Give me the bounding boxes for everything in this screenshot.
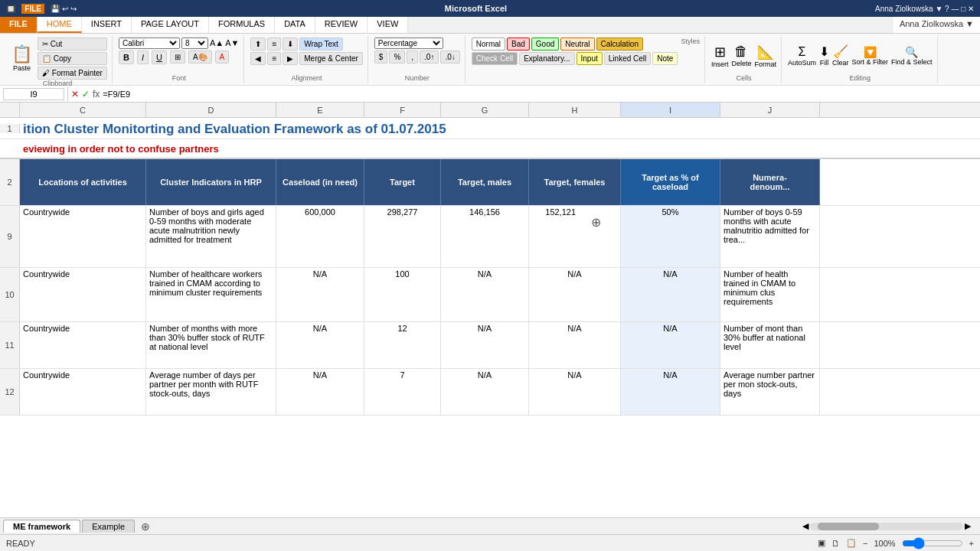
horizontal-scrollbar[interactable]: [810, 523, 963, 530]
cell-11-caseload[interactable]: N/A: [276, 322, 364, 368]
autosum-button[interactable]: Σ AutoSum: [788, 45, 816, 67]
cell-11-location[interactable]: Countrywide: [20, 322, 146, 368]
col-header-f[interactable]: F: [364, 103, 441, 117]
align-left-button[interactable]: ◀: [250, 52, 266, 65]
font-family-select[interactable]: Calibri: [119, 37, 180, 49]
cell-11-indicator[interactable]: Number of months with more than 30% buff…: [146, 322, 276, 368]
zoom-in-button[interactable]: +: [969, 539, 974, 548]
cell-11-target-males[interactable]: N/A: [441, 322, 529, 368]
scroll-right-button[interactable]: ▶: [965, 521, 971, 531]
clear-button[interactable]: 🧹 Clear: [832, 44, 849, 67]
note-style[interactable]: Note: [652, 52, 678, 65]
neutral-style[interactable]: Neutral: [560, 37, 594, 51]
align-top-button[interactable]: ⬆: [250, 37, 266, 51]
calculation-style[interactable]: Calculation: [596, 37, 643, 51]
tab-data[interactable]: DATA: [275, 17, 315, 33]
cell-10-indicator[interactable]: Number of healthcare workers trained in …: [146, 268, 276, 321]
cell-9-indicator[interactable]: Number of boys and girls aged 0-59 month…: [146, 206, 276, 267]
find-select-button[interactable]: 🔍 Find & Select: [891, 46, 933, 66]
cell-12-target-males[interactable]: N/A: [441, 369, 529, 415]
tab-page-layout[interactable]: PAGE LAYOUT: [132, 17, 209, 33]
fill-color-button[interactable]: A🎨: [188, 51, 212, 64]
decimal-decrease-button[interactable]: .0↓: [440, 51, 459, 64]
tab-view[interactable]: VIEW: [368, 17, 408, 33]
cell-reference-box[interactable]: [3, 88, 64, 100]
tab-insert[interactable]: INSERT: [82, 17, 132, 33]
tab-file[interactable]: FILE: [0, 17, 38, 33]
cell-9-caseload[interactable]: 600,000: [276, 206, 364, 267]
sort-filter-button[interactable]: 🔽 Sort & Filter: [852, 46, 889, 66]
cell-11-target-females[interactable]: N/A: [529, 322, 621, 368]
bad-style[interactable]: Bad: [507, 37, 530, 51]
cell-9-target-males[interactable]: 146,156: [441, 206, 529, 267]
currency-button[interactable]: $: [374, 51, 388, 64]
increase-font-button[interactable]: A▲: [210, 38, 224, 47]
cell-12-numerator[interactable]: Average number partner per mon stock-out…: [720, 369, 820, 415]
normal-style[interactable]: Normal: [472, 37, 505, 51]
cancel-formula-icon[interactable]: ✕: [71, 89, 79, 99]
cell-10-numerator[interactable]: Number of health trained in CMAM to mini…: [720, 268, 820, 321]
merge-center-button[interactable]: Merge & Center: [299, 52, 363, 65]
font-color-button[interactable]: A: [215, 51, 230, 64]
decrease-font-button[interactable]: A▼: [225, 38, 239, 47]
explanatory-style[interactable]: Explanatory...: [519, 52, 574, 65]
align-right-button[interactable]: ▶: [283, 52, 298, 65]
cell-9-location[interactable]: Countrywide: [20, 206, 146, 267]
confirm-formula-icon[interactable]: ✓: [82, 89, 90, 99]
view-page-break-button[interactable]: 📋: [846, 538, 857, 548]
view-page-layout-button[interactable]: 🗋: [831, 539, 840, 548]
cell-10-location[interactable]: Countrywide: [20, 268, 146, 321]
align-middle-button[interactable]: ≡: [267, 37, 281, 51]
cell-9-numerator[interactable]: Number of boys 0-59 months with acute ma…: [720, 206, 820, 267]
cell-12-indicator[interactable]: Average number of days per partner per m…: [146, 369, 276, 415]
insert-cells-button[interactable]: ⊞ Insert: [711, 44, 729, 68]
tab-formulas[interactable]: FORMULAS: [209, 17, 275, 33]
zoom-out-button[interactable]: −: [863, 539, 867, 548]
good-style[interactable]: Good: [531, 37, 559, 51]
formula-input[interactable]: [103, 90, 977, 99]
cell-12-target[interactable]: 7: [364, 369, 441, 415]
comma-button[interactable]: ,: [407, 51, 418, 64]
cell-10-target-females[interactable]: N/A: [529, 268, 621, 321]
delete-cells-button[interactable]: 🗑 Delete: [731, 44, 751, 67]
scroll-left-button[interactable]: ◀: [802, 521, 808, 531]
check-cell-style[interactable]: Check Cell: [472, 52, 518, 65]
col-header-e[interactable]: E: [276, 103, 364, 117]
cell-11-target[interactable]: 12: [364, 322, 441, 368]
cell-11-numerator[interactable]: Number of mont than 30% buffer at nation…: [720, 322, 820, 368]
view-normal-button[interactable]: ▣: [818, 538, 825, 548]
format-cells-button[interactable]: 📐 Format: [754, 44, 776, 68]
align-center-button[interactable]: ≡: [267, 52, 281, 65]
col-header-i[interactable]: I: [621, 103, 720, 117]
cell-12-caseload[interactable]: N/A: [276, 369, 364, 415]
cell-9-target-pct[interactable]: 50%: [621, 206, 720, 267]
zoom-slider[interactable]: [902, 537, 963, 549]
col-header-h[interactable]: H: [529, 103, 621, 117]
cell-12-location[interactable]: Countrywide: [20, 369, 146, 415]
bold-button[interactable]: B: [119, 51, 134, 64]
align-bottom-button[interactable]: ⬇: [283, 37, 298, 51]
sheet-tab-example[interactable]: Example: [82, 520, 135, 533]
cell-9-target-females[interactable]: 152,121 ⊕: [529, 206, 621, 267]
col-header-d[interactable]: D: [146, 103, 276, 117]
cut-button[interactable]: ✂ Cut: [38, 37, 107, 51]
copy-button[interactable]: 📋 Copy: [38, 52, 107, 65]
font-size-select[interactable]: 8: [181, 37, 208, 49]
cell-10-caseload[interactable]: N/A: [276, 268, 364, 321]
paste-button[interactable]: 📋 Paste: [8, 42, 36, 74]
tab-home[interactable]: HOME: [38, 17, 82, 33]
cell-12-target-pct[interactable]: N/A: [621, 369, 720, 415]
linked-cell-style[interactable]: Linked Cell: [604, 52, 651, 65]
col-header-g[interactable]: G: [441, 103, 529, 117]
number-format-select[interactable]: Percentage: [374, 37, 443, 49]
tab-review[interactable]: REVIEW: [315, 17, 368, 33]
cell-11-target-pct[interactable]: N/A: [621, 322, 720, 368]
percent-button[interactable]: %: [389, 51, 405, 64]
fill-button[interactable]: ⬇ Fill: [819, 44, 829, 67]
cell-10-target-males[interactable]: N/A: [441, 268, 529, 321]
decimal-increase-button[interactable]: .0↑: [420, 51, 439, 64]
wrap-text-button[interactable]: Wrap Text: [299, 37, 343, 51]
cell-12-target-females[interactable]: N/A: [529, 369, 621, 415]
border-button[interactable]: ⊞: [170, 51, 185, 64]
add-sheet-button[interactable]: ⊕: [136, 519, 155, 534]
